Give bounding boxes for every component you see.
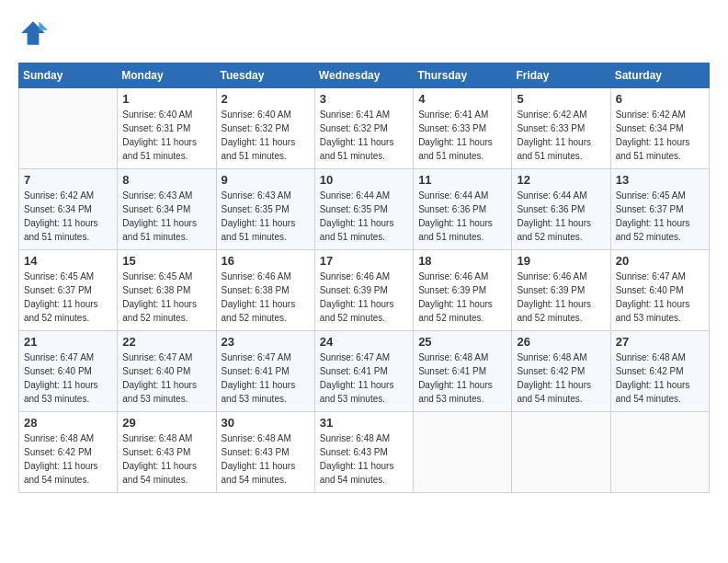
day-number: 9 bbox=[222, 173, 310, 187]
day-info: Sunrise: 6:48 AM Sunset: 6:43 PM Dayligh… bbox=[122, 431, 210, 487]
day-number: 3 bbox=[320, 92, 408, 106]
calendar-header-row: SundayMondayTuesdayWednesdayThursdayFrid… bbox=[19, 63, 710, 88]
calendar-cell: 14 Sunrise: 6:45 AM Sunset: 6:37 PM Dayl… bbox=[19, 250, 118, 331]
calendar-cell: 27 Sunrise: 6:48 AM Sunset: 6:42 PM Dayl… bbox=[610, 331, 709, 412]
day-number: 23 bbox=[222, 335, 310, 349]
day-info: Sunrise: 6:44 AM Sunset: 6:36 PM Dayligh… bbox=[517, 189, 605, 244]
day-number: 31 bbox=[320, 416, 408, 430]
svg-marker-1 bbox=[39, 21, 48, 30]
calendar-week-1: 1 Sunrise: 6:40 AM Sunset: 6:31 PM Dayli… bbox=[19, 88, 710, 169]
day-info: Sunrise: 6:40 AM Sunset: 6:32 PM Dayligh… bbox=[222, 108, 310, 163]
day-number: 14 bbox=[24, 254, 112, 268]
header-wednesday: Wednesday bbox=[314, 63, 413, 88]
day-info: Sunrise: 6:46 AM Sunset: 6:38 PM Dayligh… bbox=[222, 270, 310, 325]
calendar-cell: 30 Sunrise: 6:48 AM Sunset: 6:43 PM Dayl… bbox=[216, 412, 314, 493]
day-number: 26 bbox=[517, 335, 605, 349]
day-info: Sunrise: 6:43 AM Sunset: 6:35 PM Dayligh… bbox=[222, 189, 310, 244]
day-number: 1 bbox=[122, 92, 210, 106]
header-thursday: Thursday bbox=[414, 63, 512, 88]
day-number: 21 bbox=[24, 335, 112, 349]
header-sunday: Sunday bbox=[19, 63, 118, 88]
day-number: 18 bbox=[418, 254, 506, 268]
day-info: Sunrise: 6:47 AM Sunset: 6:41 PM Dayligh… bbox=[222, 350, 310, 406]
page-header bbox=[18, 18, 710, 48]
calendar-cell: 3 Sunrise: 6:41 AM Sunset: 6:32 PM Dayli… bbox=[314, 88, 413, 169]
day-info: Sunrise: 6:47 AM Sunset: 6:40 PM Dayligh… bbox=[122, 350, 210, 406]
header-tuesday: Tuesday bbox=[216, 63, 314, 88]
day-info: Sunrise: 6:41 AM Sunset: 6:32 PM Dayligh… bbox=[320, 108, 408, 163]
day-info: Sunrise: 6:48 AM Sunset: 6:43 PM Dayligh… bbox=[222, 431, 310, 487]
calendar-cell: 6 Sunrise: 6:42 AM Sunset: 6:34 PM Dayli… bbox=[610, 88, 709, 169]
day-number: 19 bbox=[517, 254, 605, 268]
calendar-cell: 24 Sunrise: 6:47 AM Sunset: 6:41 PM Dayl… bbox=[314, 331, 413, 412]
day-info: Sunrise: 6:47 AM Sunset: 6:40 PM Dayligh… bbox=[24, 350, 112, 406]
day-info: Sunrise: 6:45 AM Sunset: 6:37 PM Dayligh… bbox=[24, 270, 112, 325]
calendar-cell bbox=[512, 412, 610, 493]
day-info: Sunrise: 6:44 AM Sunset: 6:36 PM Dayligh… bbox=[418, 189, 506, 244]
day-number: 27 bbox=[616, 335, 704, 349]
day-number: 13 bbox=[616, 173, 704, 187]
day-number: 8 bbox=[122, 173, 210, 187]
day-info: Sunrise: 6:48 AM Sunset: 6:42 PM Dayligh… bbox=[24, 431, 112, 487]
day-number: 17 bbox=[320, 254, 408, 268]
header-monday: Monday bbox=[118, 63, 216, 88]
day-info: Sunrise: 6:41 AM Sunset: 6:33 PM Dayligh… bbox=[418, 108, 506, 163]
logo-icon bbox=[18, 18, 48, 48]
day-number: 20 bbox=[616, 254, 704, 268]
calendar-cell: 23 Sunrise: 6:47 AM Sunset: 6:41 PM Dayl… bbox=[216, 331, 314, 412]
day-info: Sunrise: 6:48 AM Sunset: 6:42 PM Dayligh… bbox=[616, 350, 704, 406]
calendar-cell: 1 Sunrise: 6:40 AM Sunset: 6:31 PM Dayli… bbox=[118, 88, 216, 169]
calendar-cell: 18 Sunrise: 6:46 AM Sunset: 6:39 PM Dayl… bbox=[414, 250, 512, 331]
calendar-cell: 8 Sunrise: 6:43 AM Sunset: 6:34 PM Dayli… bbox=[118, 169, 216, 250]
calendar-cell: 17 Sunrise: 6:46 AM Sunset: 6:39 PM Dayl… bbox=[314, 250, 413, 331]
calendar-cell: 4 Sunrise: 6:41 AM Sunset: 6:33 PM Dayli… bbox=[414, 88, 512, 169]
day-number: 4 bbox=[418, 92, 506, 106]
calendar-table: SundayMondayTuesdayWednesdayThursdayFrid… bbox=[18, 63, 710, 493]
calendar-cell: 15 Sunrise: 6:45 AM Sunset: 6:38 PM Dayl… bbox=[118, 250, 216, 331]
day-info: Sunrise: 6:42 AM Sunset: 6:33 PM Dayligh… bbox=[517, 108, 605, 163]
day-info: Sunrise: 6:45 AM Sunset: 6:37 PM Dayligh… bbox=[616, 189, 704, 244]
calendar-cell: 9 Sunrise: 6:43 AM Sunset: 6:35 PM Dayli… bbox=[216, 169, 314, 250]
calendar-cell: 29 Sunrise: 6:48 AM Sunset: 6:43 PM Dayl… bbox=[118, 412, 216, 493]
calendar-cell bbox=[414, 412, 512, 493]
day-number: 15 bbox=[122, 254, 210, 268]
day-number: 25 bbox=[418, 335, 506, 349]
calendar-cell: 7 Sunrise: 6:42 AM Sunset: 6:34 PM Dayli… bbox=[19, 169, 118, 250]
header-saturday: Saturday bbox=[610, 63, 709, 88]
day-number: 10 bbox=[320, 173, 408, 187]
calendar-cell: 31 Sunrise: 6:48 AM Sunset: 6:43 PM Dayl… bbox=[314, 412, 413, 493]
day-number: 28 bbox=[24, 416, 112, 430]
calendar-cell: 26 Sunrise: 6:48 AM Sunset: 6:42 PM Dayl… bbox=[512, 331, 610, 412]
calendar-cell: 28 Sunrise: 6:48 AM Sunset: 6:42 PM Dayl… bbox=[19, 412, 118, 493]
day-info: Sunrise: 6:47 AM Sunset: 6:41 PM Dayligh… bbox=[320, 350, 408, 406]
day-info: Sunrise: 6:48 AM Sunset: 6:41 PM Dayligh… bbox=[418, 350, 506, 406]
header-friday: Friday bbox=[512, 63, 610, 88]
day-number: 5 bbox=[517, 92, 605, 106]
day-number: 12 bbox=[517, 173, 605, 187]
calendar-cell: 19 Sunrise: 6:46 AM Sunset: 6:39 PM Dayl… bbox=[512, 250, 610, 331]
day-info: Sunrise: 6:46 AM Sunset: 6:39 PM Dayligh… bbox=[517, 270, 605, 325]
calendar-cell: 11 Sunrise: 6:44 AM Sunset: 6:36 PM Dayl… bbox=[414, 169, 512, 250]
day-number: 6 bbox=[616, 92, 704, 106]
calendar-cell: 2 Sunrise: 6:40 AM Sunset: 6:32 PM Dayli… bbox=[216, 88, 314, 169]
calendar-week-2: 7 Sunrise: 6:42 AM Sunset: 6:34 PM Dayli… bbox=[19, 169, 710, 250]
logo bbox=[18, 18, 51, 48]
day-info: Sunrise: 6:48 AM Sunset: 6:43 PM Dayligh… bbox=[320, 431, 408, 487]
day-info: Sunrise: 6:48 AM Sunset: 6:42 PM Dayligh… bbox=[517, 350, 605, 406]
day-info: Sunrise: 6:42 AM Sunset: 6:34 PM Dayligh… bbox=[616, 108, 704, 163]
calendar-cell: 16 Sunrise: 6:46 AM Sunset: 6:38 PM Dayl… bbox=[216, 250, 314, 331]
day-number: 16 bbox=[222, 254, 310, 268]
day-info: Sunrise: 6:44 AM Sunset: 6:35 PM Dayligh… bbox=[320, 189, 408, 244]
day-info: Sunrise: 6:40 AM Sunset: 6:31 PM Dayligh… bbox=[122, 108, 210, 163]
day-info: Sunrise: 6:46 AM Sunset: 6:39 PM Dayligh… bbox=[320, 270, 408, 325]
day-info: Sunrise: 6:46 AM Sunset: 6:39 PM Dayligh… bbox=[418, 270, 506, 325]
day-number: 24 bbox=[320, 335, 408, 349]
day-number: 11 bbox=[418, 173, 506, 187]
calendar-cell: 13 Sunrise: 6:45 AM Sunset: 6:37 PM Dayl… bbox=[610, 169, 709, 250]
calendar-cell: 20 Sunrise: 6:47 AM Sunset: 6:40 PM Dayl… bbox=[610, 250, 709, 331]
calendar-cell: 22 Sunrise: 6:47 AM Sunset: 6:40 PM Dayl… bbox=[118, 331, 216, 412]
day-info: Sunrise: 6:47 AM Sunset: 6:40 PM Dayligh… bbox=[616, 270, 704, 325]
calendar-week-5: 28 Sunrise: 6:48 AM Sunset: 6:42 PM Dayl… bbox=[19, 412, 710, 493]
calendar-cell bbox=[610, 412, 709, 493]
day-info: Sunrise: 6:43 AM Sunset: 6:34 PM Dayligh… bbox=[122, 189, 210, 244]
